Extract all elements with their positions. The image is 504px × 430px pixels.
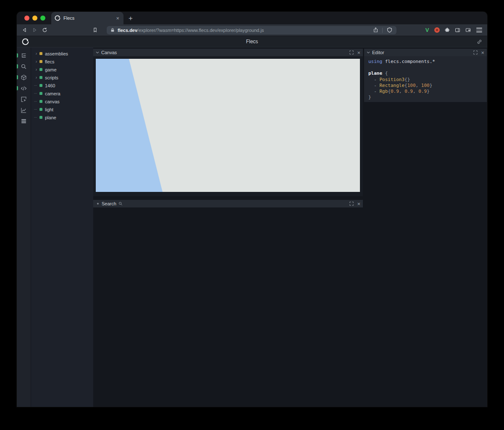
desktop: Flecs × + flecs.dev/	[0, 0, 504, 430]
close-window-button[interactable]	[24, 16, 29, 21]
entity-tree: ›assemblies›flecs›game›scripts1460camera…	[31, 47, 93, 407]
active-indicator	[17, 86, 18, 90]
red-extension-icon[interactable]	[434, 27, 440, 33]
canvas-3d-view[interactable]	[96, 59, 360, 192]
tree-item-game[interactable]: ›game	[31, 66, 93, 73]
tree-item-flecs[interactable]: ›flecs	[31, 58, 93, 66]
close-panel-icon[interactable]: ×	[481, 50, 484, 55]
expand-chevron-icon[interactable]: ›	[34, 60, 39, 64]
editor-panel-title: Editor	[372, 50, 384, 55]
menu-icon[interactable]	[476, 28, 482, 32]
expand-chevron-icon[interactable]: ›	[34, 68, 39, 72]
share-link-icon[interactable]	[477, 39, 482, 45]
icon-sidebar	[17, 47, 31, 407]
flecs-logo-icon[interactable]	[22, 38, 29, 45]
tree-item-canvas[interactable]: canvas	[31, 97, 93, 105]
editor-panel-header: Editor ×	[364, 49, 487, 56]
address-bar[interactable]: flecs.dev/explorer/?wasm=https://www.fle…	[107, 26, 396, 34]
canvas-panel-body	[93, 56, 363, 196]
close-panel-icon[interactable]: ×	[357, 50, 360, 55]
bookmark-icon[interactable]	[92, 27, 98, 34]
active-indicator	[17, 75, 18, 79]
search-icon[interactable]	[17, 61, 31, 72]
search-magnifier-icon	[118, 202, 123, 206]
entity-color-swatch	[39, 68, 42, 71]
lock-icon	[110, 28, 115, 32]
expand-chevron-icon[interactable]: ›	[34, 52, 39, 56]
code-line: }	[368, 94, 483, 100]
tree-item-assemblies[interactable]: ›assemblies	[31, 50, 93, 58]
tree-icon[interactable]	[17, 50, 31, 61]
v-extension-icon[interactable]: V	[424, 27, 430, 33]
entity-color-swatch	[39, 108, 42, 111]
share-icon[interactable]	[372, 27, 379, 34]
code-editor[interactable]: using flecs.components.* plane { - Posit…	[364, 56, 487, 102]
fullscreen-icon[interactable]	[349, 50, 354, 55]
fullscreen-icon[interactable]	[349, 202, 354, 206]
tab-title: Flecs	[63, 16, 115, 21]
zoom-window-button[interactable]	[40, 16, 45, 21]
minimize-window-button[interactable]	[32, 16, 37, 21]
active-indicator	[17, 64, 18, 68]
tree-guide-line	[34, 109, 39, 110]
flecs-favicon-icon	[55, 15, 60, 21]
collapse-chevron-icon[interactable]	[96, 51, 99, 54]
extensions-puzzle-icon[interactable]	[444, 27, 450, 34]
tree-guide-line	[34, 101, 39, 102]
entity-label: game	[45, 67, 57, 72]
reload-icon[interactable]	[41, 27, 48, 34]
entity-label: plane	[45, 115, 56, 120]
url-text: flecs.dev/explorer/?wasm=https://www.fle…	[118, 28, 372, 33]
inspect-icon[interactable]	[17, 94, 31, 105]
url-domain: flecs.dev	[118, 28, 137, 33]
code-icon[interactable]	[17, 83, 31, 94]
rows-icon[interactable]	[17, 115, 31, 126]
search-panel-title: Search	[102, 201, 116, 206]
browser-window: Flecs × + flecs.dev/	[17, 12, 487, 407]
cube-icon[interactable]	[17, 72, 31, 83]
tree-item-scripts[interactable]: ›scripts	[31, 73, 93, 81]
app-body: ›assemblies›flecs›game›scripts1460camera…	[17, 47, 487, 407]
main-area: Canvas ×	[93, 47, 487, 407]
stats-icon[interactable]	[17, 105, 31, 115]
editor-column: Editor × using flecs.components.* plane …	[364, 47, 487, 407]
brave-shield-icon[interactable]	[386, 27, 393, 34]
expand-chevron-icon[interactable]: ›	[34, 76, 39, 80]
code-line	[368, 65, 483, 71]
entity-color-swatch	[39, 100, 42, 103]
tree-guide-line	[34, 117, 39, 118]
tree-item-camera[interactable]: camera	[31, 89, 93, 97]
search-panel-header: Search ×	[93, 200, 363, 207]
forward-icon[interactable]	[31, 27, 38, 34]
wallet-icon[interactable]	[465, 27, 471, 34]
entity-color-swatch	[39, 52, 42, 55]
entity-color-swatch	[39, 76, 42, 79]
code-line: plane {	[368, 71, 483, 76]
code-line: using flecs.components.*	[368, 59, 483, 65]
sidebar-toggle-icon[interactable]	[454, 27, 461, 34]
back-icon[interactable]	[21, 27, 28, 34]
close-panel-icon[interactable]: ×	[357, 201, 360, 207]
code-line: - Rectangle{100, 100}	[368, 83, 483, 89]
window-controls	[17, 16, 51, 21]
entity-label: assemblies	[45, 51, 68, 56]
entity-label: canvas	[45, 99, 60, 104]
code-line: - Rgb{0.9, 0.9, 0.9}	[368, 89, 483, 94]
entity-color-swatch	[39, 60, 42, 63]
page-title: Flecs	[17, 39, 487, 45]
panel-dot-icon	[97, 203, 99, 205]
tab-close-icon[interactable]: ×	[115, 16, 120, 21]
tree-item-plane[interactable]: plane	[31, 113, 93, 121]
code-line: - Position3{}	[368, 77, 483, 83]
entity-label: scripts	[45, 75, 58, 80]
app-header: Flecs	[17, 36, 487, 47]
tree-item-light[interactable]: light	[31, 105, 93, 113]
collapse-chevron-icon[interactable]	[367, 51, 370, 54]
tree-item-1460[interactable]: 1460	[31, 81, 93, 89]
entity-label: light	[45, 107, 53, 112]
tree-guide-line	[34, 85, 39, 86]
new-tab-button[interactable]: +	[129, 15, 133, 22]
entity-color-swatch	[39, 116, 42, 119]
browser-tab-flecs[interactable]: Flecs ×	[51, 12, 123, 24]
fullscreen-icon[interactable]	[473, 50, 478, 55]
